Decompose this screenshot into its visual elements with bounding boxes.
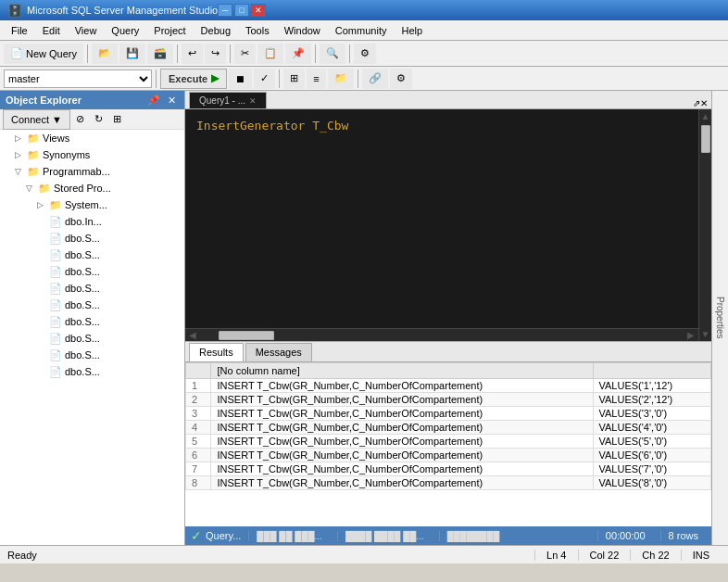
menu-query[interactable]: Query [104, 20, 146, 40]
col1-cell: INSERT T_Cbw(GR_Number,C_NumberOfCompart… [211, 435, 593, 449]
paste-button[interactable]: 📌 [285, 44, 311, 64]
row-number: 8 [186, 476, 211, 490]
app-status-bar: Ready Ln 4 Col 22 Ch 22 INS [0, 545, 728, 563]
database-dropdown[interactable]: master [4, 70, 152, 88]
v-scrollbar[interactable]: ▲ ▼ [698, 109, 711, 341]
proc-icon: 📄 [48, 365, 63, 378]
tree-item-dbo-s3[interactable]: 📄 dbo.S... [0, 263, 184, 280]
tree-item-programmab[interactable]: ▽ 📁 Programmab... [0, 163, 184, 180]
oe-disconnect-button[interactable]: ⊘ [72, 111, 89, 128]
tree-label: System... [65, 199, 107, 210]
tree-label: dbo.S... [65, 266, 100, 277]
menu-help[interactable]: Help [394, 20, 430, 40]
new-query-label: New Query [26, 48, 77, 59]
tree-item-dbo-s9[interactable]: 📄 dbo.S... [0, 363, 184, 380]
tab-close-button[interactable]: ✕ [249, 96, 257, 106]
panel-pin-button[interactable]: 📌 [144, 94, 163, 108]
app-icon: 🗄️ [7, 4, 22, 18]
results-grid[interactable]: [No column name] 1 INSERT T_Cbw(GR_Numbe… [185, 362, 711, 526]
redo-button[interactable]: ↪ [205, 44, 226, 64]
h-scrollbar[interactable]: ◀ ▶ [185, 328, 698, 341]
query-options-button[interactable]: ⚙ [390, 69, 412, 89]
save-icon: 💾 [126, 47, 139, 59]
properties-sidebar[interactable]: Properties [711, 91, 728, 545]
oe-toolbar: Connect ▼ ⊘ ↻ ⊞ [0, 109, 184, 130]
editor-tab-query1[interactable]: Query1 - ... ✕ [189, 92, 267, 108]
proc-icon: 📄 [48, 232, 63, 245]
panel-close-button[interactable]: ✕ [165, 94, 179, 108]
tree-label: dbo.S... [65, 349, 100, 361]
query-sep-3 [358, 70, 358, 88]
results-tab-messages[interactable]: Messages [245, 343, 312, 361]
v-scrollbar-thumb[interactable] [701, 125, 710, 153]
tree-item-dbo-in[interactable]: 📄 dbo.In... [0, 213, 184, 230]
row-number: 7 [186, 462, 211, 476]
tree-item-synonyms[interactable]: ▷ 📁 Synonyms [0, 146, 184, 163]
table-row: 2 INSERT T_Cbw(GR_Number,C_NumberOfCompa… [186, 393, 711, 407]
tree-item-dbo-s7[interactable]: 📄 dbo.S... [0, 330, 184, 347]
folder-icon: 📁 [37, 182, 52, 195]
oe-filter-button[interactable]: ⊞ [109, 111, 126, 128]
undo-button[interactable]: ↩ [182, 44, 203, 64]
toolbar-sep-2 [177, 44, 178, 63]
results-tab-results[interactable]: Results [189, 343, 244, 361]
copy-button[interactable]: 📋 [257, 44, 283, 64]
tree-item-system[interactable]: ▷ 📁 System... [0, 196, 184, 213]
open-button[interactable]: 📂 [92, 44, 118, 64]
menu-window[interactable]: Window [277, 20, 328, 40]
save-button[interactable]: 💾 [119, 44, 145, 64]
settings-button[interactable]: ⚙ [354, 44, 376, 64]
editor-area: Query1 - ... ✕ ⇗ ✕ InsertGenerator T_Cbw… [185, 91, 711, 545]
scrollbar-thumb[interactable] [219, 331, 274, 340]
col1-cell: INSERT T_Cbw(GR_Number,C_NumberOfCompart… [211, 379, 593, 393]
find-button[interactable]: 🔍 [320, 44, 345, 64]
connect-button[interactable]: Connect ▼ [3, 109, 70, 130]
results-table: [No column name] 1 INSERT T_Cbw(GR_Numbe… [185, 362, 711, 490]
results-panel: Results Messages [No column name] [185, 341, 711, 545]
tree-item-dbo-s6[interactable]: 📄 dbo.S... [0, 313, 184, 330]
menu-edit[interactable]: Edit [35, 20, 68, 40]
tree-label: dbo.S... [65, 299, 100, 310]
tree-item-dbo-s5[interactable]: 📄 dbo.S... [0, 297, 184, 313]
tree-item-dbo-s1[interactable]: 📄 dbo.S... [0, 230, 184, 247]
editor-float-button[interactable]: ⇗ [693, 98, 700, 108]
tree-item-storedproc[interactable]: ▽ 📁 Stored Pro... [0, 180, 184, 196]
col1-cell: INSERT T_Cbw(GR_Number,C_NumberOfCompart… [211, 421, 593, 435]
col-header-name: [No column name] [211, 363, 593, 379]
tree-label: dbo.S... [65, 283, 100, 294]
time-display: 00:00:00 [597, 530, 653, 541]
execute-button[interactable]: Execute ▶ [160, 69, 227, 89]
minimize-button[interactable]: ─ [218, 4, 232, 17]
tree-item-views[interactable]: ▷ 📁 Views [0, 130, 184, 146]
toolbar-sep-4 [315, 44, 316, 63]
menu-debug[interactable]: Debug [194, 20, 238, 40]
editor-close-x-button[interactable]: ✕ [700, 98, 708, 108]
menu-tools[interactable]: Tools [238, 20, 277, 40]
oe-refresh-button[interactable]: ↻ [91, 111, 107, 128]
col2-cell: VALUES('2','12') [593, 393, 711, 407]
menu-file[interactable]: File [4, 20, 35, 40]
save-all-button[interactable]: 🗃️ [147, 44, 173, 64]
menu-view[interactable]: View [68, 20, 105, 40]
tree-item-dbo-s8[interactable]: 📄 dbo.S... [0, 347, 184, 363]
close-button[interactable]: ✕ [251, 4, 266, 17]
menu-project[interactable]: Project [146, 20, 193, 40]
connection-button[interactable]: 🔗 [362, 69, 388, 89]
stop-button[interactable]: ⏹ [229, 69, 252, 89]
window-controls: ─ □ ✕ [218, 4, 266, 17]
results-grid-button[interactable]: ⊞ [283, 69, 305, 89]
cut-button[interactable]: ✂ [234, 44, 256, 64]
results-file-button[interactable]: 📁 [328, 69, 354, 89]
table-row: 6 INSERT T_Cbw(GR_Number,C_NumberOfCompa… [186, 449, 711, 462]
maximize-button[interactable]: □ [234, 4, 249, 17]
title-bar: 🗄️ Microsoft SQL Server Management Studi… [0, 0, 728, 20]
menu-community[interactable]: Community [328, 20, 395, 40]
parse-button[interactable]: ✓ [254, 69, 275, 89]
code-editor[interactable]: InsertGenerator T_Cbw [185, 109, 698, 328]
tree-label: dbo.S... [65, 233, 100, 244]
new-query-button[interactable]: 📄 New Query [4, 44, 83, 64]
tree-item-dbo-s2[interactable]: 📄 dbo.S... [0, 247, 184, 263]
proc-icon: 📄 [48, 315, 63, 328]
results-text-button[interactable]: ≡ [307, 69, 325, 89]
tree-item-dbo-s4[interactable]: 📄 dbo.S... [0, 280, 184, 297]
